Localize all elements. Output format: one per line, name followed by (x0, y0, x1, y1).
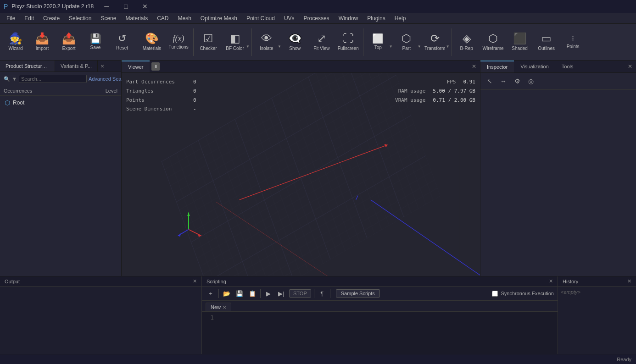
viewer-area: Viewer ⏸ ✕ (122, 61, 480, 276)
script-stop-button[interactable]: STOP (289, 289, 311, 298)
output-panel: Output ✕ (0, 276, 202, 354)
menu-point-cloud[interactable]: Point Cloud (242, 13, 279, 24)
output-header: Output ✕ (0, 276, 201, 287)
viewer-canvas[interactable]: Part Occurrences 0 Triangles 0 Points 0 … (122, 73, 480, 276)
show-button[interactable]: 👁‍🗨 Show (282, 26, 308, 59)
script-tab-new[interactable]: New ✕ (206, 303, 231, 311)
right-panel-tabs: Inspector Visualization Tools ✕ (480, 61, 636, 73)
window-controls: ─ □ ✕ (97, 0, 154, 13)
script-run-sel-button[interactable]: ▶| (276, 288, 286, 298)
right-panel-close[interactable]: ✕ (624, 61, 636, 72)
part-arrow[interactable]: ▼ (418, 44, 421, 49)
menu-edit[interactable]: Edit (20, 13, 39, 24)
save-button[interactable]: 💾 Save (83, 26, 108, 59)
maximize-button[interactable]: □ (117, 0, 135, 13)
viewer-close-button[interactable]: ✕ (468, 61, 480, 72)
part-button[interactable]: ⬡ Part (394, 26, 419, 59)
viewer-stats: Part Occurrences 0 Triangles 0 Points 0 … (126, 77, 196, 114)
menu-create[interactable]: Create (39, 13, 64, 24)
menu-window[interactable]: Window (334, 13, 363, 24)
materials-button[interactable]: 🎨 Materials (139, 26, 165, 59)
toolbar-sep-3 (251, 28, 252, 56)
script-tab-close-button[interactable]: ✕ (223, 305, 226, 310)
script-new-button[interactable]: + (206, 288, 216, 298)
perf-ram-label: RAM usage (398, 87, 426, 96)
fullscreen-button[interactable]: ⛶ Fullscreen (335, 26, 361, 59)
script-save-as-button[interactable]: 📋 (247, 288, 257, 298)
title-text: Pixyz Studio 2020.2 Update 2 r18 (11, 3, 94, 10)
tab-variants[interactable]: Variants & P... (55, 61, 98, 72)
transform-arrow[interactable]: ▼ (446, 44, 450, 49)
menu-materials[interactable]: Materials (121, 13, 152, 24)
tab-visualization[interactable]: Visualization (514, 61, 555, 72)
wizard-button[interactable]: 🧙 Wizard (3, 26, 28, 59)
brep-button[interactable]: ◈ B-Rep (454, 26, 480, 59)
script-open-button[interactable]: 📂 (222, 288, 232, 298)
reset-button[interactable]: ↺ Reset (109, 26, 135, 59)
script-editor[interactable]: 1 (202, 312, 558, 354)
isolate-arrow[interactable]: ▼ (278, 44, 281, 49)
history-close-button[interactable]: ✕ (627, 278, 631, 284)
stat-triangles-value: 0 (193, 87, 196, 96)
points-button[interactable]: ⁝ Points (560, 26, 586, 59)
scripting-close-button[interactable]: ✕ (549, 278, 553, 284)
script-params-button[interactable]: ¶ (317, 288, 327, 298)
left-panel-tabs: Product Structure (Tr... Variants & P...… (0, 61, 121, 72)
tab-tools[interactable]: Tools (555, 61, 580, 72)
close-button[interactable]: ✕ (136, 0, 154, 13)
script-save-button[interactable]: 💾 (234, 288, 245, 298)
menu-plugins[interactable]: Plugins (363, 13, 390, 24)
tab-product-structure[interactable]: Product Structure (Tr... (0, 61, 55, 72)
import-button[interactable]: 📥 Import (29, 26, 55, 59)
menu-processes[interactable]: Processes (299, 13, 334, 24)
inspector-move-icon[interactable]: ↖ (484, 76, 495, 87)
minimize-button[interactable]: ─ (97, 0, 116, 13)
menu-cad[interactable]: CAD (152, 13, 173, 24)
script-sep-1 (218, 289, 219, 298)
inspector-target-icon[interactable]: ◎ (525, 76, 536, 87)
inspector-gear-icon[interactable]: ⚙ (512, 76, 523, 87)
output-close-button[interactable]: ✕ (193, 278, 197, 284)
script-run-button[interactable]: ▶ (263, 288, 273, 298)
functions-button[interactable]: f(x) Functions (166, 26, 191, 59)
sync-exec-checkbox[interactable] (492, 291, 498, 297)
bf-color-group: ◧ BF Color ▼ (222, 26, 250, 59)
stat-points-value: 0 (193, 96, 196, 105)
fit-view-button[interactable]: ⤢ Fit View (309, 26, 335, 59)
menu-uvs[interactable]: UVs (279, 13, 299, 24)
isolate-button[interactable]: 👁 Isolate (254, 26, 279, 59)
menu-optimize-mesh[interactable]: Optimize Mesh (196, 13, 242, 24)
left-panel: Product Structure (Tr... Variants & P...… (0, 61, 122, 276)
outlines-button[interactable]: ▭ Outlines (534, 26, 559, 59)
checker-button[interactable]: ☑ Checker (195, 26, 221, 59)
perf-ram-value: 5.00 / 7.97 GB (433, 87, 475, 96)
bf-color-arrow[interactable]: ▼ (246, 44, 250, 49)
scripting-tabs: New ✕ (202, 301, 558, 312)
stat-part-occ-value: 0 (193, 77, 196, 87)
stat-scene-dim-label: Scene Dimension (126, 105, 186, 114)
history-title: History (563, 279, 578, 284)
menu-help[interactable]: Help (390, 13, 411, 24)
menu-file[interactable]: File (2, 13, 20, 24)
shaded-button[interactable]: ⬛ Shaded (507, 26, 533, 59)
top-button[interactable]: ⬜ Top (365, 26, 391, 59)
menu-bar: File Edit Create Selection Scene Materia… (0, 13, 636, 24)
search-input[interactable] (19, 75, 87, 83)
tree-item-root[interactable]: ⬡ Root (2, 98, 119, 108)
menu-mesh[interactable]: Mesh (173, 13, 196, 24)
tab-viewer[interactable]: Viewer (122, 61, 150, 72)
viewer-pause-button[interactable]: ⏸ (151, 62, 160, 71)
sample-scripts-button[interactable]: Sample Scripts (336, 289, 380, 298)
occurrences-header: Occurrences (4, 88, 106, 94)
export-button[interactable]: 📤 Export (56, 26, 82, 59)
bf-color-button[interactable]: ◧ BF Color (222, 26, 248, 59)
root-label: Root (13, 99, 24, 106)
wireframe-button[interactable]: ⬡ Wireframe (480, 26, 506, 59)
transform-button[interactable]: ⟳ Transform (422, 26, 448, 59)
tab-inspector[interactable]: Inspector (480, 61, 514, 72)
left-panel-close[interactable]: ✕ (98, 62, 107, 71)
inspector-resize-icon[interactable]: ↔ (498, 76, 509, 87)
menu-scene[interactable]: Scene (96, 13, 121, 24)
menu-selection[interactable]: Selection (64, 13, 96, 24)
top-arrow[interactable]: ▼ (389, 44, 393, 49)
